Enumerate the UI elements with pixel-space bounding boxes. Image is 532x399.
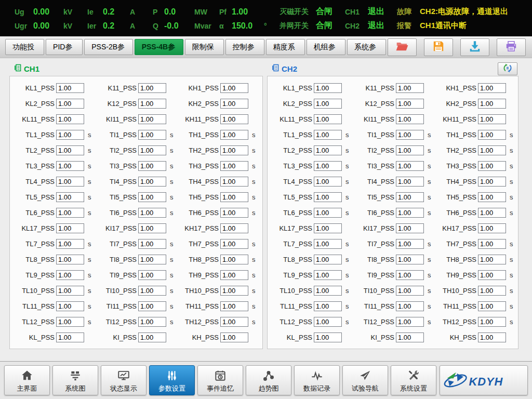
- export-button[interactable]: [460, 38, 489, 56]
- param-input-TH5_PSS[interactable]: [220, 192, 248, 202]
- param-input-KI_PSS[interactable]: [138, 332, 166, 342]
- param-input-K11_PSS[interactable]: [138, 83, 166, 93]
- param-input-KL2_PSS[interactable]: [56, 99, 84, 109]
- tab-item[interactable]: PSS-4B参数: [135, 39, 183, 55]
- param-input-TL9_PSS[interactable]: [314, 270, 342, 280]
- param-input-TL4_PSS[interactable]: [314, 177, 342, 187]
- param-input-TI7_PSS[interactable]: [138, 239, 166, 249]
- param-input-TL2_PSS[interactable]: [56, 145, 84, 155]
- kdyh-logo[interactable]: KDYH: [440, 365, 528, 395]
- param-input-TI8_PSS[interactable]: [396, 255, 424, 264]
- tab-item[interactable]: 限制保护: [185, 39, 224, 55]
- param-input-TI4_PSS[interactable]: [138, 177, 166, 187]
- param-input-TH10_PSS[interactable]: [220, 286, 248, 296]
- tab-item[interactable]: 功能投退: [5, 39, 44, 55]
- param-input-TI12_PSS[interactable]: [138, 317, 166, 327]
- nav-item-system-diagram[interactable]: 系统图: [52, 365, 98, 395]
- param-input-K12_PSS[interactable]: [396, 99, 424, 109]
- param-input-TL10_PSS[interactable]: [314, 286, 342, 296]
- param-input-KH_PSS[interactable]: [220, 332, 248, 342]
- param-input-TH9_PSS[interactable]: [220, 270, 248, 280]
- param-input-TI11_PSS[interactable]: [396, 301, 424, 311]
- param-input-TI4_PSS[interactable]: [396, 177, 424, 187]
- param-input-TI5_PSS[interactable]: [396, 192, 424, 202]
- param-input-TI10_PSS[interactable]: [396, 286, 424, 296]
- param-input-KL1_PSS[interactable]: [314, 83, 342, 93]
- nav-item-test-navigation[interactable]: 试验导航: [342, 365, 388, 395]
- param-input-KI_PSS[interactable]: [396, 332, 424, 342]
- param-input-TH2_PSS[interactable]: [478, 145, 506, 155]
- param-input-TL7_PSS[interactable]: [314, 239, 342, 249]
- nav-item-main-screen[interactable]: 主界面: [4, 365, 50, 395]
- param-input-TH10_PSS[interactable]: [478, 286, 506, 296]
- param-input-KH1_PSS[interactable]: [478, 83, 506, 93]
- param-input-KH17_PSS[interactable]: [220, 223, 248, 233]
- param-input-KL17_PSS[interactable]: [56, 223, 84, 233]
- param-input-TL12_PSS[interactable]: [56, 317, 84, 327]
- param-input-TI8_PSS[interactable]: [138, 255, 166, 264]
- nav-item-data-record[interactable]: 数据记录: [294, 365, 340, 395]
- param-input-KL_PSS[interactable]: [56, 332, 84, 342]
- param-input-TL2_PSS[interactable]: [314, 145, 342, 155]
- param-input-TL10_PSS[interactable]: [56, 286, 84, 296]
- param-input-TL3_PSS[interactable]: [314, 161, 342, 171]
- param-input-KL2_PSS[interactable]: [314, 99, 342, 109]
- param-input-TL6_PSS[interactable]: [314, 208, 342, 218]
- param-input-TL11_PSS[interactable]: [56, 301, 84, 311]
- param-input-TL3_PSS[interactable]: [56, 161, 84, 171]
- param-input-TL8_PSS[interactable]: [56, 255, 84, 264]
- param-input-TI2_PSS[interactable]: [138, 145, 166, 155]
- param-input-TI3_PSS[interactable]: [396, 161, 424, 171]
- param-input-KH2_PSS[interactable]: [478, 99, 506, 109]
- param-input-KH11_PSS[interactable]: [220, 114, 248, 124]
- save-button[interactable]: [424, 38, 453, 56]
- param-input-TL5_PSS[interactable]: [56, 192, 84, 202]
- param-input-TH11_PSS[interactable]: [220, 301, 248, 311]
- nav-item-trend-chart[interactable]: 趋势图: [246, 365, 291, 395]
- nav-item-event-recall[interactable]: 事件追忆: [197, 365, 243, 395]
- param-input-KL11_PSS[interactable]: [314, 114, 342, 124]
- param-input-TH7_PSS[interactable]: [478, 239, 506, 249]
- param-input-KI11_PSS[interactable]: [138, 114, 166, 124]
- param-input-KH_PSS[interactable]: [478, 332, 506, 342]
- param-input-TI2_PSS[interactable]: [396, 145, 424, 155]
- param-input-TH6_PSS[interactable]: [220, 208, 248, 218]
- param-input-TH11_PSS[interactable]: [478, 301, 506, 311]
- param-input-TI9_PSS[interactable]: [396, 270, 424, 280]
- param-input-TH3_PSS[interactable]: [220, 161, 248, 171]
- param-input-KH2_PSS[interactable]: [220, 99, 248, 109]
- param-input-TI11_PSS[interactable]: [138, 301, 166, 311]
- tab-item[interactable]: 精度系数: [266, 39, 305, 55]
- param-input-TI1_PSS[interactable]: [138, 130, 166, 140]
- param-input-KH17_PSS[interactable]: [478, 223, 506, 233]
- tab-item[interactable]: 系统参数: [347, 39, 386, 55]
- param-input-TL5_PSS[interactable]: [314, 192, 342, 202]
- tab-item[interactable]: PID参数: [46, 39, 83, 55]
- param-input-TI10_PSS[interactable]: [138, 286, 166, 296]
- param-input-TH6_PSS[interactable]: [478, 208, 506, 218]
- param-input-KI17_PSS[interactable]: [138, 223, 166, 233]
- param-input-TL1_PSS[interactable]: [56, 130, 84, 140]
- param-input-TL11_PSS[interactable]: [314, 301, 342, 311]
- param-input-KL1_PSS[interactable]: [56, 83, 84, 93]
- param-input-TH3_PSS[interactable]: [478, 161, 506, 171]
- open-file-button[interactable]: [388, 38, 417, 56]
- param-input-TL6_PSS[interactable]: [56, 208, 84, 218]
- param-input-TH8_PSS[interactable]: [220, 255, 248, 264]
- param-input-TI9_PSS[interactable]: [138, 270, 166, 280]
- param-input-KI11_PSS[interactable]: [396, 114, 424, 124]
- param-input-TH12_PSS[interactable]: [478, 317, 506, 327]
- param-input-KL17_PSS[interactable]: [314, 223, 342, 233]
- param-input-TH4_PSS[interactable]: [220, 177, 248, 187]
- param-input-TI1_PSS[interactable]: [396, 130, 424, 140]
- param-input-TL8_PSS[interactable]: [314, 255, 342, 264]
- param-input-KH11_PSS[interactable]: [478, 114, 506, 124]
- param-input-K12_PSS[interactable]: [138, 99, 166, 109]
- param-input-TL4_PSS[interactable]: [56, 177, 84, 187]
- param-input-TH7_PSS[interactable]: [220, 239, 248, 249]
- param-input-TH9_PSS[interactable]: [478, 270, 506, 280]
- param-input-TH2_PSS[interactable]: [220, 145, 248, 155]
- tab-item[interactable]: PSS-2B参数: [84, 39, 132, 55]
- print-button[interactable]: [497, 38, 526, 56]
- param-input-KI17_PSS[interactable]: [396, 223, 424, 233]
